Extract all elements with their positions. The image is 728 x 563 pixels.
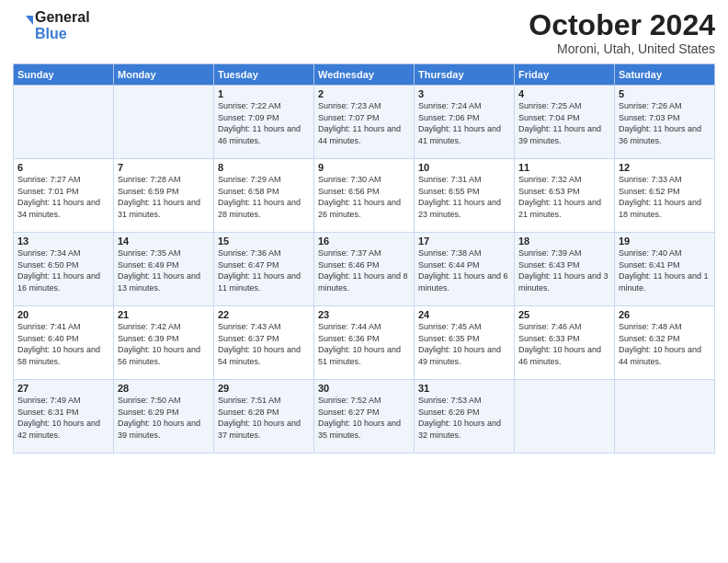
day-detail: Sunrise: 7:45 AMSunset: 6:35 PMDaylight:… [418, 321, 510, 367]
calendar-cell: 12 Sunrise: 7:33 AMSunset: 6:52 PMDaylig… [615, 159, 715, 233]
day-detail: Sunrise: 7:24 AMSunset: 7:06 PMDaylight:… [418, 100, 510, 146]
location-subtitle: Moroni, Utah, United States [529, 41, 715, 56]
day-number: 4 [518, 88, 610, 99]
day-number: 3 [418, 88, 510, 99]
day-number: 24 [418, 309, 510, 320]
day-number: 6 [17, 162, 109, 173]
day-detail: Sunrise: 7:27 AMSunset: 7:01 PMDaylight:… [17, 174, 109, 220]
calendar-cell: 23 Sunrise: 7:44 AMSunset: 6:36 PMDaylig… [314, 306, 415, 380]
calendar-cell: 20 Sunrise: 7:41 AMSunset: 6:40 PMDaylig… [14, 306, 114, 380]
calendar-week-row: 6 Sunrise: 7:27 AMSunset: 7:01 PMDayligh… [14, 159, 715, 233]
calendar-cell: 21 Sunrise: 7:42 AMSunset: 6:39 PMDaylig… [114, 306, 214, 380]
calendar-cell [14, 86, 114, 159]
calendar-cell: 11 Sunrise: 7:32 AMSunset: 6:53 PMDaylig… [515, 159, 615, 233]
day-number: 15 [218, 236, 310, 247]
logo-line1: General [35, 9, 90, 26]
day-detail: Sunrise: 7:36 AMSunset: 6:47 PMDaylight:… [218, 247, 310, 293]
day-detail: Sunrise: 7:48 AMSunset: 6:32 PMDaylight:… [619, 321, 711, 367]
calendar-cell: 18 Sunrise: 7:39 AMSunset: 6:43 PMDaylig… [515, 233, 615, 306]
calendar-cell: 17 Sunrise: 7:38 AMSunset: 6:44 PMDaylig… [415, 233, 515, 306]
day-detail: Sunrise: 7:26 AMSunset: 7:03 PMDaylight:… [619, 100, 711, 146]
col-wednesday: Wednesday [314, 64, 415, 86]
calendar-cell: 7 Sunrise: 7:28 AMSunset: 6:59 PMDayligh… [114, 159, 214, 233]
day-number: 11 [518, 162, 610, 173]
day-detail: Sunrise: 7:42 AMSunset: 6:39 PMDaylight:… [118, 321, 210, 367]
day-number: 21 [118, 309, 210, 320]
day-number: 10 [418, 162, 510, 173]
day-detail: Sunrise: 7:25 AMSunset: 7:04 PMDaylight:… [518, 100, 610, 146]
calendar-cell: 10 Sunrise: 7:31 AMSunset: 6:55 PMDaylig… [415, 159, 515, 233]
calendar-cell: 5 Sunrise: 7:26 AMSunset: 7:03 PMDayligh… [615, 86, 715, 159]
calendar-table: Sunday Monday Tuesday Wednesday Thursday… [13, 63, 715, 454]
calendar-cell [615, 380, 715, 454]
col-friday: Friday [515, 64, 615, 86]
day-number: 25 [518, 309, 610, 320]
day-detail: Sunrise: 7:44 AMSunset: 6:36 PMDaylight:… [318, 321, 410, 367]
day-number: 2 [318, 88, 410, 99]
col-thursday: Thursday [415, 64, 515, 86]
day-number: 5 [619, 88, 711, 99]
day-number: 30 [318, 383, 410, 394]
day-detail: Sunrise: 7:23 AMSunset: 7:07 PMDaylight:… [318, 100, 410, 146]
day-detail: Sunrise: 7:30 AMSunset: 6:56 PMDaylight:… [318, 174, 410, 220]
day-number: 14 [118, 236, 210, 247]
page: General Blue October 2024 Moroni, Utah, … [0, 0, 728, 563]
calendar-week-row: 13 Sunrise: 7:34 AMSunset: 6:50 PMDaylig… [14, 233, 715, 306]
day-detail: Sunrise: 7:43 AMSunset: 6:37 PMDaylight:… [218, 321, 310, 367]
calendar-cell: 4 Sunrise: 7:25 AMSunset: 7:04 PMDayligh… [515, 86, 615, 159]
day-detail: Sunrise: 7:37 AMSunset: 6:46 PMDaylight:… [318, 247, 410, 293]
calendar-cell: 8 Sunrise: 7:29 AMSunset: 6:58 PMDayligh… [214, 159, 314, 233]
day-number: 26 [619, 309, 711, 320]
calendar-cell [114, 86, 214, 159]
day-number: 29 [218, 383, 310, 394]
calendar-cell: 30 Sunrise: 7:52 AMSunset: 6:27 PMDaylig… [314, 380, 415, 454]
day-detail: Sunrise: 7:41 AMSunset: 6:40 PMDaylight:… [17, 321, 109, 367]
day-detail: Sunrise: 7:32 AMSunset: 6:53 PMDaylight:… [518, 174, 610, 220]
day-number: 1 [218, 88, 310, 99]
calendar-cell: 22 Sunrise: 7:43 AMSunset: 6:37 PMDaylig… [214, 306, 314, 380]
calendar-cell: 2 Sunrise: 7:23 AMSunset: 7:07 PMDayligh… [314, 86, 415, 159]
calendar-week-row: 27 Sunrise: 7:49 AMSunset: 6:31 PMDaylig… [14, 380, 715, 454]
day-number: 17 [418, 236, 510, 247]
header: General Blue October 2024 Moroni, Utah, … [13, 9, 715, 56]
day-detail: Sunrise: 7:39 AMSunset: 6:43 PMDaylight:… [518, 247, 610, 293]
day-number: 19 [619, 236, 711, 247]
calendar-cell: 15 Sunrise: 7:36 AMSunset: 6:47 PMDaylig… [214, 233, 314, 306]
col-sunday: Sunday [14, 64, 114, 86]
calendar-cell: 26 Sunrise: 7:48 AMSunset: 6:32 PMDaylig… [615, 306, 715, 380]
day-number: 22 [218, 309, 310, 320]
calendar-cell: 29 Sunrise: 7:51 AMSunset: 6:28 PMDaylig… [214, 380, 314, 454]
calendar-cell: 19 Sunrise: 7:40 AMSunset: 6:41 PMDaylig… [615, 233, 715, 306]
day-detail: Sunrise: 7:51 AMSunset: 6:28 PMDaylight:… [218, 395, 310, 441]
calendar-cell: 31 Sunrise: 7:53 AMSunset: 6:26 PMDaylig… [415, 380, 515, 454]
day-detail: Sunrise: 7:40 AMSunset: 6:41 PMDaylight:… [619, 247, 711, 293]
calendar-cell: 28 Sunrise: 7:50 AMSunset: 6:29 PMDaylig… [114, 380, 214, 454]
day-detail: Sunrise: 7:49 AMSunset: 6:31 PMDaylight:… [17, 395, 109, 441]
day-number: 18 [518, 236, 610, 247]
day-detail: Sunrise: 7:38 AMSunset: 6:44 PMDaylight:… [418, 247, 510, 293]
day-detail: Sunrise: 7:31 AMSunset: 6:55 PMDaylight:… [418, 174, 510, 220]
month-title: October 2024 [529, 9, 715, 41]
calendar-cell: 9 Sunrise: 7:30 AMSunset: 6:56 PMDayligh… [314, 159, 415, 233]
day-detail: Sunrise: 7:28 AMSunset: 6:59 PMDaylight:… [118, 174, 210, 220]
calendar-cell: 1 Sunrise: 7:22 AMSunset: 7:09 PMDayligh… [214, 86, 314, 159]
day-number: 16 [318, 236, 410, 247]
day-number: 9 [318, 162, 410, 173]
calendar-cell: 14 Sunrise: 7:35 AMSunset: 6:49 PMDaylig… [114, 233, 214, 306]
day-number: 7 [118, 162, 210, 173]
header-row: Sunday Monday Tuesday Wednesday Thursday… [14, 64, 715, 86]
day-number: 8 [218, 162, 310, 173]
day-number: 31 [418, 383, 510, 394]
day-detail: Sunrise: 7:52 AMSunset: 6:27 PMDaylight:… [318, 395, 410, 441]
col-tuesday: Tuesday [214, 64, 314, 86]
svg-marker-0 [26, 16, 33, 25]
calendar-week-row: 20 Sunrise: 7:41 AMSunset: 6:40 PMDaylig… [14, 306, 715, 380]
day-detail: Sunrise: 7:33 AMSunset: 6:52 PMDaylight:… [619, 174, 711, 220]
day-number: 12 [619, 162, 711, 173]
calendar-cell: 6 Sunrise: 7:27 AMSunset: 7:01 PMDayligh… [14, 159, 114, 233]
calendar-cell: 16 Sunrise: 7:37 AMSunset: 6:46 PMDaylig… [314, 233, 415, 306]
col-monday: Monday [114, 64, 214, 86]
logo-line2: Blue [35, 26, 90, 42]
day-detail: Sunrise: 7:22 AMSunset: 7:09 PMDaylight:… [218, 100, 310, 146]
col-saturday: Saturday [615, 64, 715, 86]
